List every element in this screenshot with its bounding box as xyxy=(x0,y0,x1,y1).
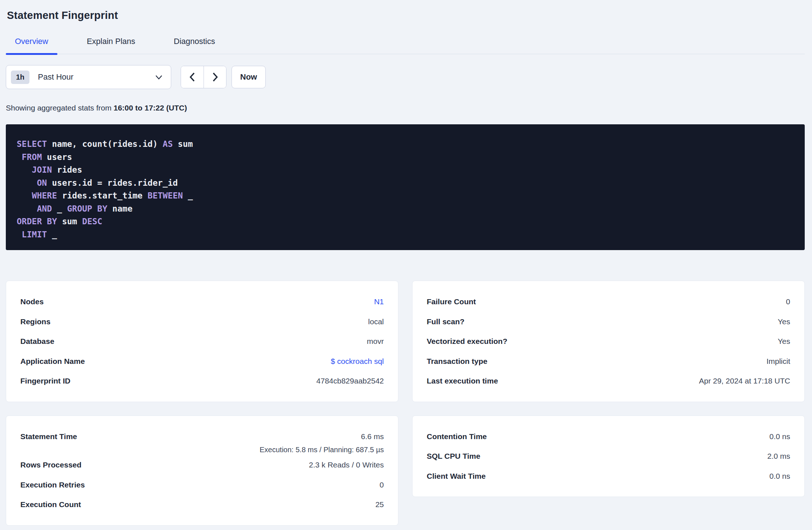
page-title: Statement Fingerprint xyxy=(7,9,805,21)
info-value: Apr 29, 2024 at 17:18 UTC xyxy=(699,377,790,385)
info-row: Failure Count0 xyxy=(427,292,790,312)
info-row: Full scan?Yes xyxy=(427,312,790,332)
sql-keyword: GROUP BY xyxy=(67,204,107,213)
chevron-right-icon xyxy=(212,72,219,82)
sql-text xyxy=(17,165,32,174)
info-value: 6.6 ms xyxy=(361,427,384,447)
info-label: Regions xyxy=(20,317,51,326)
chevron-down-icon xyxy=(155,75,163,80)
info-value-wrap: Yes xyxy=(778,317,790,326)
sql-line: AND _ GROUP BY name xyxy=(17,202,794,216)
info-value-wrap: N1 xyxy=(374,297,384,306)
info-row: SQL CPU Time2.0 ms xyxy=(427,446,790,466)
info-value-wrap: 25 xyxy=(375,500,384,509)
sql-keyword: BETWEEN xyxy=(148,191,183,200)
wait-times-card: Contention Time0.0 nsSQL CPU Time2.0 msC… xyxy=(412,415,805,497)
sql-text xyxy=(17,152,22,162)
tab-explain-plans[interactable]: Explain Plans xyxy=(78,37,144,54)
sql-keyword: AS xyxy=(163,139,173,149)
info-label: Nodes xyxy=(20,297,44,306)
sql-text xyxy=(17,204,37,213)
sql-text: _ xyxy=(183,191,193,200)
info-value: Implicit xyxy=(767,357,790,366)
info-row: Vectorized execution?Yes xyxy=(427,332,790,352)
info-value: Yes xyxy=(778,317,790,326)
info-row: Last execution timeApr 29, 2024 at 17:18… xyxy=(427,371,790,391)
info-label: Last execution time xyxy=(427,377,498,385)
info-value-wrap: 2.3 k Reads / 0 Writes xyxy=(309,461,384,469)
info-value: 2.0 ms xyxy=(767,452,790,461)
info-label: Application Name xyxy=(20,357,85,366)
info-value-link[interactable]: N1 xyxy=(374,297,384,306)
info-value-wrap: Apr 29, 2024 at 17:18 UTC xyxy=(699,377,790,385)
info-row: Contention Time0.0 ns xyxy=(427,427,790,447)
sql-keyword: ORDER BY xyxy=(17,217,57,226)
sql-text: users xyxy=(42,152,72,162)
sql-keyword: SELECT xyxy=(17,139,47,149)
info-value-wrap: $ cockroach sql xyxy=(331,357,384,366)
info-row: Statement Time6.6 msExecution: 5.8 ms / … xyxy=(20,427,384,455)
info-subvalue: Execution: 5.8 ms / Planning: 687.5 µs xyxy=(260,444,384,455)
info-label: Client Wait Time xyxy=(427,472,486,481)
statement-details-card: NodesN1RegionslocalDatabasemovrApplicati… xyxy=(6,281,398,402)
sql-text: _ xyxy=(47,230,57,239)
now-button[interactable]: Now xyxy=(232,66,266,88)
sql-line: JOIN rides xyxy=(17,164,794,177)
info-label: Failure Count xyxy=(427,297,476,306)
tab-overview[interactable]: Overview xyxy=(6,37,57,54)
info-row: Transaction typeImplicit xyxy=(427,352,790,372)
info-row: Execution Count25 xyxy=(20,495,384,515)
info-label: Execution Count xyxy=(20,500,81,509)
info-value-wrap: 0.0 ns xyxy=(769,472,790,481)
info-label: Contention Time xyxy=(427,432,487,441)
info-label: Transaction type xyxy=(427,357,487,366)
info-value-wrap: Yes xyxy=(778,337,790,346)
info-label: Execution Retries xyxy=(20,481,85,489)
previous-interval-button[interactable] xyxy=(181,66,204,88)
sql-text: sum xyxy=(173,139,193,149)
next-interval-button[interactable] xyxy=(204,66,226,88)
info-value-wrap: local xyxy=(368,317,384,326)
sql-keyword: LIMIT xyxy=(22,230,47,239)
time-interval-dropdown[interactable]: 1h Past Hour xyxy=(6,65,171,89)
time-controls: 1h Past Hour Now xyxy=(6,65,805,89)
sql-line: LIMIT _ xyxy=(17,228,794,241)
time-step-buttons xyxy=(181,66,226,88)
info-value-wrap: 0.0 ns xyxy=(769,432,790,441)
info-value-link[interactable]: $ cockroach sql xyxy=(331,357,384,366)
sql-keyword: DESC xyxy=(82,217,102,226)
info-value-wrap: 4784cb829aab2542 xyxy=(316,377,384,385)
info-label: SQL CPU Time xyxy=(427,452,480,461)
sql-text: _ xyxy=(52,204,67,213)
info-label: Statement Time xyxy=(20,427,77,447)
info-row: Application Name$ cockroach sql xyxy=(20,352,384,372)
tab-diagnostics[interactable]: Diagnostics xyxy=(165,37,224,54)
info-value-wrap: 2.0 ms xyxy=(767,452,790,461)
statement-fingerprint-page: Statement Fingerprint Overview Explain P… xyxy=(0,9,812,526)
info-row: Databasemovr xyxy=(20,332,384,352)
sql-line: SELECT name, count(rides.id) AS sum xyxy=(17,138,794,151)
sql-line: ORDER BY sum DESC xyxy=(17,215,794,228)
sql-keyword: AND xyxy=(37,204,52,213)
summary-cards: NodesN1RegionslocalDatabasemovrApplicati… xyxy=(6,281,805,526)
sql-keyword: ON xyxy=(37,178,47,188)
sql-text: name xyxy=(107,204,132,213)
info-label: Full scan? xyxy=(427,317,465,326)
info-value-wrap: Implicit xyxy=(767,357,790,366)
info-label: Rows Processed xyxy=(20,461,81,469)
tab-bar: Overview Explain Plans Diagnostics xyxy=(6,37,805,54)
sql-text xyxy=(17,230,22,239)
info-label: Database xyxy=(20,337,54,346)
info-row: Client Wait Time0.0 ns xyxy=(427,466,790,486)
info-value-wrap: 0 xyxy=(379,481,384,489)
sql-keyword: WHERE xyxy=(32,191,57,200)
info-value: 0.0 ns xyxy=(769,432,790,441)
execution-attributes-card: Failure Count0Full scan?YesVectorized ex… xyxy=(412,281,805,402)
sql-text xyxy=(17,178,37,188)
info-value: Yes xyxy=(778,337,790,346)
info-row: Rows Processed2.3 k Reads / 0 Writes xyxy=(20,455,384,475)
info-label: Fingerprint ID xyxy=(20,377,71,385)
info-value-wrap: movr xyxy=(367,337,384,346)
info-value: movr xyxy=(367,337,384,346)
sql-keyword: FROM xyxy=(22,152,42,162)
